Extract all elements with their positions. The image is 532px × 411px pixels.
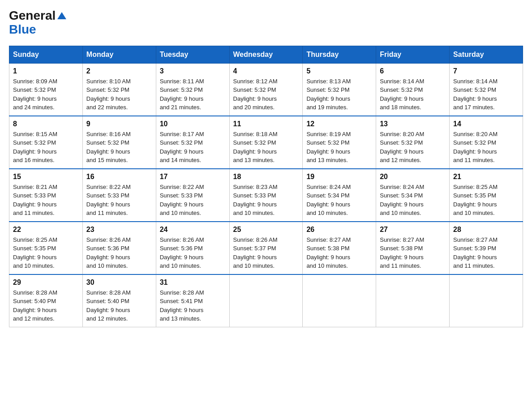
- calendar-week-row: 29 Sunrise: 8:28 AM Sunset: 5:40 PM Dayl…: [9, 274, 523, 327]
- calendar-cell: 29 Sunrise: 8:28 AM Sunset: 5:40 PM Dayl…: [9, 274, 83, 327]
- day-info: Sunrise: 8:25 AM Sunset: 5:35 PM Dayligh…: [13, 236, 57, 270]
- day-number: 5: [306, 67, 372, 75]
- day-info: Sunrise: 8:13 AM Sunset: 5:32 PM Dayligh…: [306, 78, 351, 111]
- logo-mark: General: [9, 9, 66, 23]
- calendar-cell: 8 Sunrise: 8:15 AM Sunset: 5:32 PM Dayli…: [9, 116, 83, 169]
- day-number: 3: [160, 67, 226, 75]
- calendar-cell: [303, 274, 376, 327]
- day-number: 13: [380, 120, 446, 128]
- day-number: 29: [13, 278, 79, 287]
- weekday-header-friday: Friday: [376, 46, 450, 63]
- calendar-cell: 3 Sunrise: 8:11 AM Sunset: 5:32 PM Dayli…: [156, 63, 229, 116]
- day-info: Sunrise: 8:10 AM Sunset: 5:32 PM Dayligh…: [86, 78, 131, 111]
- calendar-cell: 26 Sunrise: 8:27 AM Sunset: 5:38 PM Dayl…: [303, 222, 376, 274]
- day-number: 2: [86, 67, 152, 75]
- day-number: 6: [380, 67, 446, 75]
- day-number: 20: [380, 173, 446, 181]
- day-number: 17: [160, 173, 226, 181]
- calendar-cell: 17 Sunrise: 8:22 AM Sunset: 5:33 PM Dayl…: [156, 169, 229, 222]
- day-info: Sunrise: 8:24 AM Sunset: 5:34 PM Dayligh…: [380, 184, 424, 217]
- weekday-header-sunday: Sunday: [9, 46, 83, 63]
- calendar-cell: [450, 274, 523, 327]
- day-info: Sunrise: 8:17 AM Sunset: 5:32 PM Dayligh…: [160, 131, 204, 164]
- calendar-cell: [229, 274, 303, 327]
- day-number: 1: [13, 67, 79, 75]
- calendar-cell: 15 Sunrise: 8:21 AM Sunset: 5:33 PM Dayl…: [9, 169, 83, 222]
- calendar-cell: 23 Sunrise: 8:26 AM Sunset: 5:36 PM Dayl…: [82, 222, 156, 274]
- day-number: 19: [306, 173, 372, 181]
- calendar-cell: 1 Sunrise: 8:09 AM Sunset: 5:32 PM Dayli…: [9, 63, 83, 116]
- day-number: 21: [453, 173, 519, 181]
- day-info: Sunrise: 8:24 AM Sunset: 5:34 PM Dayligh…: [306, 184, 351, 217]
- day-number: 8: [13, 120, 79, 128]
- day-info: Sunrise: 8:23 AM Sunset: 5:33 PM Dayligh…: [233, 184, 278, 217]
- day-number: 7: [453, 67, 519, 75]
- calendar-cell: 9 Sunrise: 8:16 AM Sunset: 5:32 PM Dayli…: [82, 116, 156, 169]
- day-info: Sunrise: 8:26 AM Sunset: 5:36 PM Dayligh…: [160, 236, 204, 270]
- day-info: Sunrise: 8:28 AM Sunset: 5:40 PM Dayligh…: [13, 289, 57, 322]
- weekday-header-row: SundayMondayTuesdayWednesdayThursdayFrid…: [9, 46, 523, 63]
- calendar-cell: 5 Sunrise: 8:13 AM Sunset: 5:32 PM Dayli…: [303, 63, 376, 116]
- calendar-cell: 12 Sunrise: 8:19 AM Sunset: 5:32 PM Dayl…: [303, 116, 376, 169]
- day-info: Sunrise: 8:11 AM Sunset: 5:32 PM Dayligh…: [160, 78, 204, 111]
- calendar-cell: 25 Sunrise: 8:26 AM Sunset: 5:37 PM Dayl…: [229, 222, 303, 274]
- weekday-header-saturday: Saturday: [450, 46, 523, 63]
- logo-triangle-icon: [57, 12, 66, 19]
- logo-general-text: General: [9, 9, 56, 23]
- calendar-cell: 19 Sunrise: 8:24 AM Sunset: 5:34 PM Dayl…: [303, 169, 376, 222]
- day-number: 12: [306, 120, 372, 128]
- day-info: Sunrise: 8:20 AM Sunset: 5:32 PM Dayligh…: [453, 131, 498, 164]
- day-info: Sunrise: 8:16 AM Sunset: 5:32 PM Dayligh…: [86, 131, 131, 164]
- day-number: 27: [380, 226, 446, 234]
- calendar-cell: 22 Sunrise: 8:25 AM Sunset: 5:35 PM Dayl…: [9, 222, 83, 274]
- calendar-cell: 16 Sunrise: 8:22 AM Sunset: 5:33 PM Dayl…: [82, 169, 156, 222]
- day-number: 16: [86, 173, 152, 181]
- calendar-week-row: 15 Sunrise: 8:21 AM Sunset: 5:33 PM Dayl…: [9, 169, 523, 222]
- day-info: Sunrise: 8:28 AM Sunset: 5:41 PM Dayligh…: [160, 289, 204, 322]
- calendar-cell: 6 Sunrise: 8:14 AM Sunset: 5:32 PM Dayli…: [376, 63, 450, 116]
- day-info: Sunrise: 8:12 AM Sunset: 5:32 PM Dayligh…: [233, 78, 278, 111]
- calendar-week-row: 22 Sunrise: 8:25 AM Sunset: 5:35 PM Dayl…: [9, 222, 523, 274]
- weekday-header-tuesday: Tuesday: [156, 46, 229, 63]
- calendar-cell: 4 Sunrise: 8:12 AM Sunset: 5:32 PM Dayli…: [229, 63, 303, 116]
- day-info: Sunrise: 8:25 AM Sunset: 5:35 PM Dayligh…: [453, 184, 498, 217]
- day-number: 31: [160, 278, 226, 287]
- day-info: Sunrise: 8:20 AM Sunset: 5:32 PM Dayligh…: [380, 131, 424, 164]
- day-info: Sunrise: 8:18 AM Sunset: 5:32 PM Dayligh…: [233, 131, 278, 164]
- day-number: 23: [86, 226, 152, 234]
- day-info: Sunrise: 8:21 AM Sunset: 5:33 PM Dayligh…: [13, 184, 57, 217]
- day-number: 30: [86, 278, 152, 287]
- logo: General Blue: [9, 9, 66, 37]
- calendar-cell: 2 Sunrise: 8:10 AM Sunset: 5:32 PM Dayli…: [82, 63, 156, 116]
- day-info: Sunrise: 8:15 AM Sunset: 5:32 PM Dayligh…: [13, 131, 57, 164]
- calendar-cell: [376, 274, 450, 327]
- day-number: 28: [453, 226, 519, 234]
- day-info: Sunrise: 8:27 AM Sunset: 5:39 PM Dayligh…: [453, 236, 498, 270]
- calendar-table: SundayMondayTuesdayWednesdayThursdayFrid…: [9, 46, 523, 327]
- calendar-cell: 20 Sunrise: 8:24 AM Sunset: 5:34 PM Dayl…: [376, 169, 450, 222]
- day-info: Sunrise: 8:27 AM Sunset: 5:38 PM Dayligh…: [380, 236, 424, 270]
- day-number: 26: [306, 226, 372, 234]
- day-info: Sunrise: 8:19 AM Sunset: 5:32 PM Dayligh…: [306, 131, 351, 164]
- day-number: 11: [233, 120, 299, 128]
- day-number: 14: [453, 120, 519, 128]
- weekday-header-monday: Monday: [82, 46, 156, 63]
- weekday-header-wednesday: Wednesday: [229, 46, 303, 63]
- day-info: Sunrise: 8:28 AM Sunset: 5:40 PM Dayligh…: [86, 289, 131, 322]
- day-number: 4: [233, 67, 299, 75]
- day-number: 15: [13, 173, 79, 181]
- calendar-cell: 30 Sunrise: 8:28 AM Sunset: 5:40 PM Dayl…: [82, 274, 156, 327]
- calendar-cell: 21 Sunrise: 8:25 AM Sunset: 5:35 PM Dayl…: [450, 169, 523, 222]
- day-info: Sunrise: 8:27 AM Sunset: 5:38 PM Dayligh…: [306, 236, 351, 270]
- day-info: Sunrise: 8:26 AM Sunset: 5:36 PM Dayligh…: [86, 236, 131, 270]
- day-info: Sunrise: 8:22 AM Sunset: 5:33 PM Dayligh…: [160, 184, 204, 217]
- day-number: 10: [160, 120, 226, 128]
- calendar-week-row: 8 Sunrise: 8:15 AM Sunset: 5:32 PM Dayli…: [9, 116, 523, 169]
- calendar-cell: 31 Sunrise: 8:28 AM Sunset: 5:41 PM Dayl…: [156, 274, 229, 327]
- calendar-cell: 11 Sunrise: 8:18 AM Sunset: 5:32 PM Dayl…: [229, 116, 303, 169]
- calendar-cell: 24 Sunrise: 8:26 AM Sunset: 5:36 PM Dayl…: [156, 222, 229, 274]
- calendar-cell: 28 Sunrise: 8:27 AM Sunset: 5:39 PM Dayl…: [450, 222, 523, 274]
- day-info: Sunrise: 8:14 AM Sunset: 5:32 PM Dayligh…: [380, 78, 424, 111]
- page-header: General Blue: [9, 9, 523, 37]
- calendar-cell: 13 Sunrise: 8:20 AM Sunset: 5:32 PM Dayl…: [376, 116, 450, 169]
